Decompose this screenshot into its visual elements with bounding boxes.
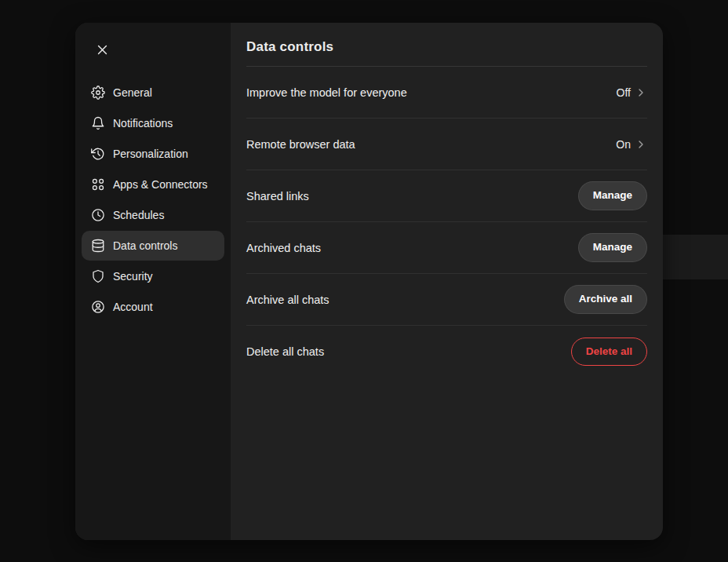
gear-icon — [91, 86, 105, 100]
settings-nav: General Notifications Personalization Ap… — [82, 78, 224, 322]
sidebar-item-label: Schedules — [113, 209, 164, 221]
setting-value-control[interactable]: On — [616, 138, 647, 151]
sidebar-item-notifications[interactable]: Notifications — [82, 108, 224, 138]
chevron-right-icon — [635, 138, 647, 151]
setting-row-archived-chats: Archived chats Manage — [246, 222, 647, 274]
delete-all-button[interactable]: Delete all — [571, 338, 647, 366]
archive-all-button[interactable]: Archive all — [564, 285, 647, 313]
settings-sidebar: General Notifications Personalization Ap… — [75, 23, 231, 540]
sidebar-item-label: Account — [113, 301, 153, 313]
setting-label: Shared links — [246, 190, 309, 203]
sidebar-item-label: Personalization — [113, 148, 188, 160]
sidebar-item-label: Apps & Connectors — [113, 178, 208, 191]
sidebar-item-security[interactable]: Security — [82, 261, 224, 291]
personalization-icon — [91, 147, 105, 161]
manage-archived-chats-button[interactable]: Manage — [578, 233, 647, 261]
content-header: Data controls — [246, 23, 647, 67]
setting-value: On — [616, 138, 631, 151]
setting-label: Archived chats — [246, 242, 321, 254]
database-icon — [91, 239, 105, 253]
sidebar-item-schedules[interactable]: Schedules — [82, 200, 224, 230]
bell-icon — [91, 116, 105, 130]
shield-icon — [91, 269, 105, 283]
close-icon — [96, 43, 109, 57]
manage-shared-links-button[interactable]: Manage — [578, 181, 647, 210]
sidebar-item-general[interactable]: General — [82, 78, 224, 108]
sidebar-item-data-controls[interactable]: Data controls — [82, 231, 224, 261]
sidebar-item-personalization[interactable]: Personalization — [82, 139, 224, 169]
setting-row-remote-browser-data[interactable]: Remote browser data On — [246, 119, 647, 170]
sidebar-item-account[interactable]: Account — [82, 292, 224, 322]
user-icon — [91, 300, 105, 314]
sidebar-item-label: Security — [113, 270, 153, 283]
apps-connectors-icon — [91, 177, 105, 192]
sidebar-item-label: Notifications — [113, 117, 173, 130]
setting-value: Off — [617, 86, 631, 99]
sidebar-item-label: General — [113, 86, 152, 99]
setting-row-archive-all-chats: Archive all chats Archive all — [246, 274, 647, 326]
close-button[interactable] — [91, 38, 113, 60]
setting-row-delete-all-chats: Delete all chats Delete all — [246, 326, 647, 378]
page-title: Data controls — [246, 39, 647, 55]
settings-content: Data controls Improve the model for ever… — [231, 23, 663, 540]
chevron-right-icon — [635, 86, 647, 99]
setting-label: Remote browser data — [246, 138, 355, 151]
clock-icon — [91, 208, 105, 222]
setting-row-shared-links: Shared links Manage — [246, 170, 647, 222]
setting-value-control[interactable]: Off — [617, 86, 647, 99]
setting-row-improve-model[interactable]: Improve the model for everyone Off — [246, 67, 647, 119]
setting-label: Delete all chats — [246, 345, 324, 358]
sidebar-item-apps-connectors[interactable]: Apps & Connectors — [82, 170, 224, 199]
setting-label: Archive all chats — [246, 294, 329, 306]
sidebar-item-label: Data controls — [113, 239, 177, 252]
setting-label: Improve the model for everyone — [246, 86, 407, 99]
background-panel-fragment — [663, 235, 728, 279]
settings-dialog: General Notifications Personalization Ap… — [75, 23, 663, 540]
